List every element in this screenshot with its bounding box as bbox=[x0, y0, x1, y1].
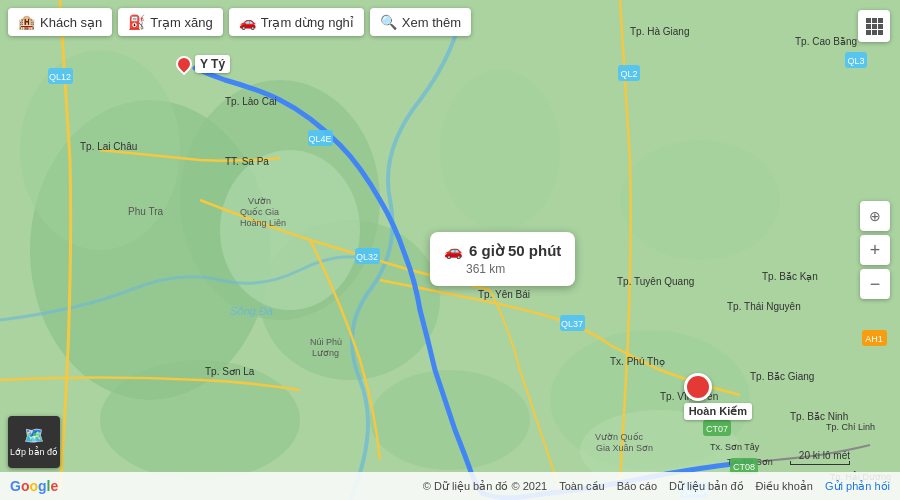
google-logo: Google bbox=[10, 478, 58, 494]
svg-text:Tp. Lào Cai: Tp. Lào Cai bbox=[225, 96, 277, 107]
svg-text:Hoàng Liên: Hoàng Liên bbox=[240, 218, 286, 228]
layer-icon: 🗺️ bbox=[24, 426, 44, 445]
svg-text:QL4E: QL4E bbox=[308, 134, 331, 144]
svg-rect-64 bbox=[866, 24, 871, 29]
route-info-bubble: 🚗 6 giờ 50 phút 361 km bbox=[430, 232, 575, 286]
gas-icon: ⛽ bbox=[128, 14, 145, 30]
feedback-link[interactable]: Gửi phản hồi bbox=[825, 480, 890, 493]
svg-rect-61 bbox=[866, 18, 871, 23]
svg-rect-68 bbox=[872, 30, 877, 35]
svg-text:Tp. Yên Bái: Tp. Yên Bái bbox=[478, 289, 530, 300]
svg-rect-66 bbox=[878, 24, 883, 29]
toolbar: 🏨 Khách sạn ⛽ Trạm xăng 🚗 Trạm dừng nghỉ… bbox=[8, 8, 471, 36]
scale-line bbox=[790, 461, 850, 465]
start-marker: Y Tý bbox=[176, 55, 230, 73]
svg-text:Tp. Bắc Ninh: Tp. Bắc Ninh bbox=[790, 411, 848, 422]
svg-text:QL32: QL32 bbox=[356, 252, 378, 262]
zoom-in-button[interactable]: + bbox=[860, 235, 890, 265]
svg-text:QL2: QL2 bbox=[620, 69, 637, 79]
bottom-links: © Dữ liệu bản đồ © 2021 Toàn cầu Báo cáo… bbox=[423, 480, 890, 493]
svg-text:Tp. Cao Bằng: Tp. Cao Bằng bbox=[795, 36, 857, 47]
svg-text:Tp. Hà Giang: Tp. Hà Giang bbox=[630, 26, 689, 37]
svg-text:Tx. Phú Thọ: Tx. Phú Thọ bbox=[610, 356, 665, 367]
start-label: Y Tý bbox=[195, 55, 230, 73]
svg-text:Tp. Tuyên Quang: Tp. Tuyên Quang bbox=[617, 276, 694, 287]
map-container[interactable]: Tp. Hà Giang Tp. Cao Bằng Tp. Lai Châu P… bbox=[0, 0, 900, 500]
svg-text:Vườn: Vườn bbox=[248, 196, 271, 206]
svg-point-10 bbox=[220, 150, 360, 310]
rest-stop-button[interactable]: 🚗 Trạm dừng nghỉ bbox=[229, 8, 364, 36]
svg-text:Vườn Quốc: Vườn Quốc bbox=[595, 432, 644, 442]
end-marker: Hoàn Kiếm bbox=[684, 373, 752, 420]
svg-point-6 bbox=[620, 140, 780, 260]
end-label: Hoàn Kiếm bbox=[684, 403, 752, 420]
svg-text:Lương: Lương bbox=[312, 348, 339, 358]
privacy-link[interactable]: Điều khoản bbox=[756, 480, 813, 493]
copyright-text: © Dữ liệu bản đồ © 2021 bbox=[423, 480, 547, 493]
svg-text:QL3: QL3 bbox=[847, 56, 864, 66]
zoom-out-button[interactable]: − bbox=[860, 269, 890, 299]
svg-point-5 bbox=[440, 70, 560, 230]
bottom-bar: Google © Dữ liệu bản đồ © 2021 Toàn cầu … bbox=[0, 472, 900, 500]
svg-text:CT08: CT08 bbox=[733, 462, 755, 472]
svg-rect-62 bbox=[872, 18, 877, 23]
start-pin bbox=[173, 53, 196, 76]
data-link[interactable]: Dữ liệu bản đồ bbox=[669, 480, 743, 493]
map-controls: ⊕ + − bbox=[860, 201, 890, 299]
svg-text:Tp. Chí Linh: Tp. Chí Linh bbox=[826, 422, 875, 432]
svg-text:TT. Sa Pa: TT. Sa Pa bbox=[225, 156, 269, 167]
svg-text:Sông Đà: Sông Đà bbox=[230, 305, 273, 317]
svg-rect-65 bbox=[872, 24, 877, 29]
svg-text:Phu Tra: Phu Tra bbox=[128, 206, 163, 217]
hotel-icon: 🏨 bbox=[18, 14, 35, 30]
svg-text:Núi Phù: Núi Phù bbox=[310, 337, 342, 347]
svg-text:Tp. Bắc Kạn: Tp. Bắc Kạn bbox=[762, 271, 818, 282]
svg-text:Tp. Bắc Giang: Tp. Bắc Giang bbox=[750, 371, 814, 382]
route-distance: 361 km bbox=[466, 262, 561, 276]
car-icon: 🚗 bbox=[444, 242, 463, 260]
svg-text:Quốc Gia: Quốc Gia bbox=[240, 207, 279, 217]
report-link[interactable]: Báo cáo bbox=[617, 480, 657, 492]
grid-icon bbox=[865, 17, 883, 35]
more-label: Xem thêm bbox=[402, 15, 461, 30]
gas-button[interactable]: ⛽ Trạm xăng bbox=[118, 8, 222, 36]
svg-rect-67 bbox=[866, 30, 871, 35]
hotel-label: Khách sạn bbox=[40, 15, 102, 30]
svg-rect-69 bbox=[878, 30, 883, 35]
route-time: 🚗 6 giờ 50 phút bbox=[444, 242, 561, 260]
grid-button[interactable] bbox=[858, 10, 890, 42]
svg-text:QL12: QL12 bbox=[49, 72, 71, 82]
svg-text:QL37: QL37 bbox=[561, 319, 583, 329]
svg-rect-63 bbox=[878, 18, 883, 23]
scale-text: 20 ki lô mét bbox=[799, 450, 850, 461]
time-text: 6 giờ 50 phút bbox=[469, 242, 561, 260]
gas-label: Trạm xăng bbox=[150, 15, 212, 30]
rest-icon: 🚗 bbox=[239, 14, 256, 30]
svg-text:AH1: AH1 bbox=[865, 334, 883, 344]
scale-bar: 20 ki lô mét bbox=[790, 450, 850, 465]
end-pin bbox=[684, 373, 712, 401]
layer-toggle-button[interactable]: 🗺️ Lớp bản đồ bbox=[8, 416, 60, 468]
svg-text:CT07: CT07 bbox=[706, 424, 728, 434]
search-icon: 🔍 bbox=[380, 14, 397, 30]
rest-label: Trạm dừng nghỉ bbox=[261, 15, 354, 30]
more-button[interactable]: 🔍 Xem thêm bbox=[370, 8, 471, 36]
svg-text:Tp. Thái Nguyên: Tp. Thái Nguyên bbox=[727, 301, 801, 312]
svg-text:Tp. Lai Châu: Tp. Lai Châu bbox=[80, 141, 137, 152]
svg-text:Tx. Sơn Tây: Tx. Sơn Tây bbox=[710, 442, 760, 452]
svg-text:Gia Xuân Sơn: Gia Xuân Sơn bbox=[596, 443, 653, 453]
layer-label: Lớp bản đồ bbox=[10, 447, 58, 458]
svg-text:Tp. Sơn La: Tp. Sơn La bbox=[205, 366, 255, 377]
terms-link[interactable]: Toàn cầu bbox=[559, 480, 605, 493]
hotel-button[interactable]: 🏨 Khách sạn bbox=[8, 8, 112, 36]
compass-button[interactable]: ⊕ bbox=[860, 201, 890, 231]
